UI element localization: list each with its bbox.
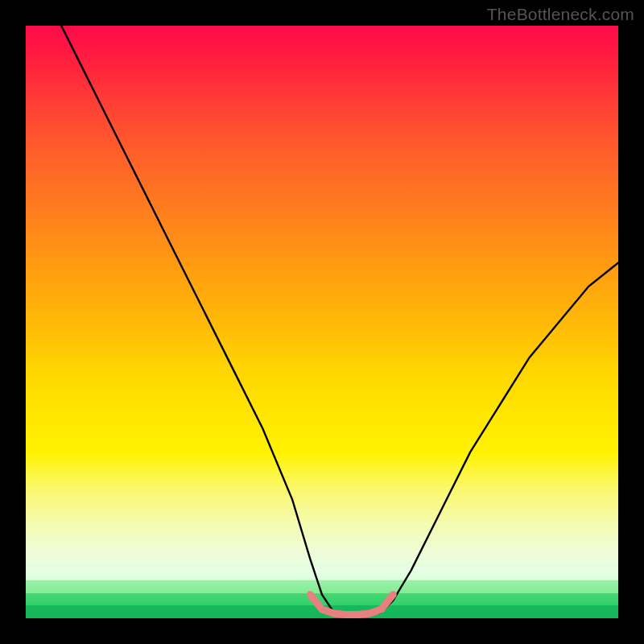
- curve-layer: [26, 26, 618, 618]
- watermark-text: TheBottleneck.com: [487, 5, 634, 24]
- plot-area: [26, 26, 618, 618]
- sweet-spot-band: [310, 595, 393, 615]
- bottleneck-curve: [61, 26, 618, 615]
- chart-frame: TheBottleneck.com: [0, 0, 644, 644]
